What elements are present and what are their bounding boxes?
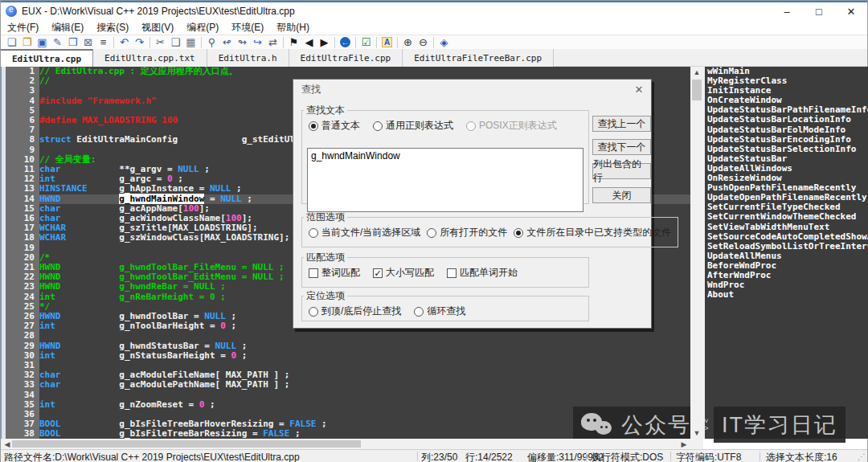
watermark-text-right: IT学习日记	[722, 411, 837, 440]
vertical-scroll-thumb[interactable]	[692, 80, 702, 100]
radio-checked[interactable]	[514, 228, 523, 238]
tab-editultrafile-cpp[interactable]: EditUltraFile.cpp	[289, 49, 403, 67]
replace-icon[interactable]: ⇄	[265, 36, 280, 49]
find-icon[interactable]: ⚲	[204, 36, 219, 49]
resize-grip-icon[interactable]: ⋰	[858, 452, 866, 461]
check-unchecked[interactable]	[447, 268, 457, 278]
line-number: 38	[24, 429, 35, 439]
maximize-button[interactable]: □	[803, 2, 835, 20]
code-line[interactable]: int g_nStatusBarHeight = 0 ;	[39, 351, 690, 361]
checkbox-match-1[interactable]: ✓大小写匹配	[373, 266, 434, 280]
find-prev-icon[interactable]: ↫	[219, 36, 235, 49]
dialog-close-icon[interactable]: ✕	[627, 80, 651, 99]
close-button[interactable]: ✕	[835, 2, 867, 20]
syntax-highlight-icon[interactable]: A	[379, 36, 395, 49]
status-separator	[670, 452, 671, 461]
code-line[interactable]: // EditUltra.cpp : 定义应用程序的入口点。	[39, 67, 690, 76]
radio-unchecked[interactable]	[414, 307, 424, 317]
goto-line-icon[interactable]: ↪	[250, 36, 265, 49]
line-number: 13	[24, 184, 35, 194]
bookmark-icon[interactable]: ⚑	[286, 36, 301, 49]
radio-position-1[interactable]: 循环查找	[414, 305, 465, 318]
radio-checked[interactable]	[309, 121, 318, 131]
find-dialog-title: 查找	[293, 80, 651, 99]
symbol-item[interactable]: UpdateStatusBarLocationInfo	[705, 115, 868, 125]
symbol-item[interactable]: SetViewTabWidthMenuText	[705, 223, 868, 232]
symbol-item[interactable]: UpdateStatusBarEncodingInfo	[705, 135, 868, 145]
radio-unchecked[interactable]	[309, 307, 318, 317]
tab-editultra-cpp-txt[interactable]: EditUltra.cpp.txt	[93, 49, 207, 67]
checkbox-match-2[interactable]: 匹配单词开始	[447, 266, 518, 280]
radio-scope-2[interactable]: 文件所在目录中已支持类型的文件	[514, 226, 671, 239]
paste-icon[interactable]: ▦	[183, 36, 199, 49]
back-icon[interactable]: ←	[338, 36, 353, 49]
radio-unchecked[interactable]	[427, 228, 436, 238]
check-unchecked[interactable]	[309, 268, 318, 278]
symbol-item[interactable]: SetReloadSymbolListOrTreeInterval	[705, 242, 868, 251]
redo-icon[interactable]: ↷	[132, 36, 147, 49]
menu-item-0[interactable]: 文件(F)	[1, 21, 45, 35]
tab-editultra-h[interactable]: EditUltra.h	[207, 49, 289, 67]
checkbox-match-0[interactable]: 整词匹配	[309, 266, 360, 280]
status-bar: ⋰ 路径文件名:D:\Work\Visual C++ 2019 Projects…	[1, 449, 867, 462]
copy-icon[interactable]: ❑	[168, 36, 183, 49]
checklist-icon[interactable]: ☑	[358, 36, 374, 49]
prev-bookmark-icon[interactable]: ◀	[301, 36, 317, 49]
next-bookmark-icon[interactable]: ▶	[317, 36, 332, 49]
new-file-icon[interactable]: ❏	[4, 36, 19, 49]
list-matching-lines-button[interactable]: 列出包含的行	[592, 163, 651, 179]
radio-position-0[interactable]: 到顶/底后停止查找	[309, 305, 401, 318]
line-number: 33	[24, 380, 35, 390]
tab-editultrafiletreebar-cpp[interactable]: EditUltraFileTreeBar.cpp	[403, 49, 554, 67]
line-number: 19	[24, 243, 35, 253]
file-list-icon[interactable]: ≡	[96, 36, 111, 49]
find-text-input[interactable]: g_hwndMainWindow	[307, 148, 583, 212]
symbol-item[interactable]: About	[705, 290, 868, 300]
symbol-item[interactable]: SetSourceCodeAutoCompletedShowAft	[705, 232, 868, 242]
radio-text-type-1[interactable]: 通用正则表达式	[373, 119, 453, 133]
horizontal-scroll-thumb[interactable]	[12, 440, 361, 448]
find-next-button[interactable]: 查找下一个	[592, 139, 651, 155]
find-next-icon[interactable]: ↬	[235, 36, 250, 49]
cut-icon[interactable]: ✂	[153, 36, 168, 49]
about-icon[interactable]: ◈	[436, 36, 452, 49]
code-line[interactable]: char g_acModulePathName[ MAX_PATH ] ;	[39, 380, 690, 390]
menu-item-6[interactable]: 帮助(H)	[270, 21, 316, 35]
radio-text-type-0[interactable]: 普通文本	[309, 119, 360, 133]
close-dialog-button[interactable]: 关闭	[592, 187, 651, 203]
symbol-item[interactable]: UpdateStatusBarEolModeInfo	[705, 125, 868, 135]
menu-item-2[interactable]: 搜索(S)	[90, 21, 135, 35]
menu-item-1[interactable]: 编辑(E)	[45, 21, 90, 35]
tab-editultra-cpp[interactable]: EditUltra.cpp	[1, 49, 93, 67]
toolbar-separator	[397, 37, 398, 48]
open-file-icon[interactable]: ❐	[19, 36, 35, 49]
radio-scope-1[interactable]: 所有打开的文件	[427, 226, 507, 239]
radio-unchecked[interactable]	[373, 121, 383, 131]
toolbar-separator	[113, 37, 114, 48]
zoom-out-icon[interactable]: ⊖	[416, 36, 431, 49]
app-window: EUX - D:\Work\Visual C++ 2019 Projects\E…	[0, 0, 868, 462]
radio-text-type-2[interactable]: POSIX正则表达式	[466, 119, 557, 133]
status-separator	[417, 452, 418, 461]
scroll-right-icon[interactable]: ▶	[678, 439, 690, 449]
zoom-in-icon[interactable]: ⊕	[400, 36, 416, 49]
save-as-icon[interactable]: ✎	[50, 36, 65, 49]
save-icon[interactable]: ▣	[35, 36, 50, 49]
radio-scope-0[interactable]: 当前文件/当前选择区域	[309, 226, 420, 239]
symbol-item[interactable]: SetCurrentWindowThemeChecked	[705, 212, 868, 222]
close-file-icon[interactable]: ⊠	[80, 36, 96, 49]
vertical-scrollbar[interactable]: ▲ ▼	[690, 67, 703, 439]
scroll-up-icon[interactable]: ▲	[690, 67, 703, 78]
find-previous-button[interactable]: 查找上一个	[592, 116, 651, 132]
status-separator	[760, 452, 760, 461]
menu-item-3[interactable]: 视图(V)	[135, 21, 180, 35]
menu-item-4[interactable]: 编程(P)	[180, 21, 225, 35]
save-all-icon[interactable]: ❒	[65, 36, 80, 49]
menu-item-5[interactable]: 环境(E)	[225, 21, 270, 35]
check-checked[interactable]: ✓	[373, 268, 383, 278]
radio-unchecked[interactable]	[309, 228, 318, 238]
undo-icon[interactable]: ↶	[117, 36, 132, 49]
scroll-down-icon[interactable]: ▼	[690, 427, 703, 439]
minimize-button[interactable]: –	[771, 2, 803, 20]
horizontal-scrollbar[interactable]: ◀ ▶	[1, 439, 690, 449]
